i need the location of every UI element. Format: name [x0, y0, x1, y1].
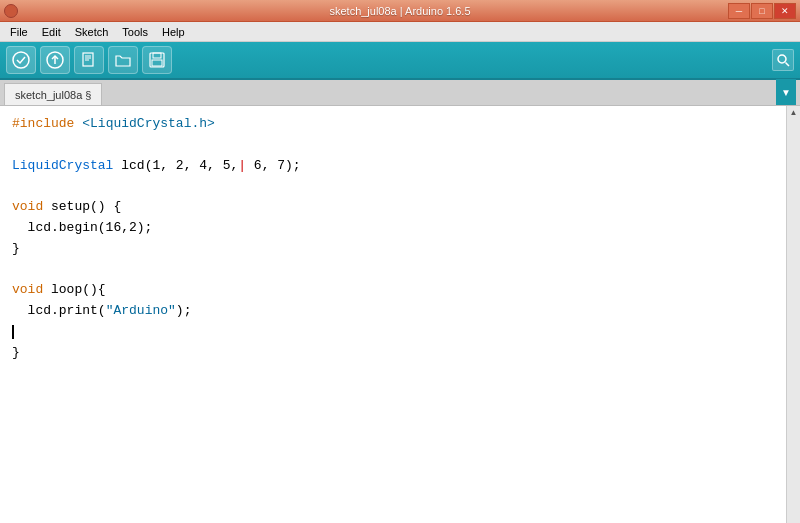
menu-help[interactable]: Help [156, 25, 191, 39]
tab-dropdown-button[interactable]: ▼ [776, 79, 796, 105]
code-line-3: void setup() { [12, 197, 788, 218]
title-bar-left [4, 4, 18, 18]
title-bar: sketch_jul08a | Arduino 1.6.5 ─ □ ✕ [0, 0, 800, 22]
new-icon [81, 52, 97, 68]
code-line-7: lcd.print("Arduino"); [12, 301, 788, 322]
save-icon [149, 52, 165, 68]
menu-tools[interactable]: Tools [116, 25, 154, 39]
code-blank-3 [12, 260, 788, 281]
save-button[interactable] [142, 46, 172, 74]
verify-button[interactable] [6, 46, 36, 74]
code-editor[interactable]: #include <LiquidCrystal.h> LiquidCrystal… [0, 106, 800, 523]
maximize-button[interactable]: □ [751, 3, 773, 19]
app-icon [4, 4, 18, 18]
svg-rect-8 [153, 53, 161, 58]
toolbar [0, 42, 800, 80]
window-controls: ─ □ ✕ [728, 3, 796, 19]
code-area-wrapper: #include <LiquidCrystal.h> LiquidCrystal… [0, 106, 800, 523]
code-line-5: } [12, 239, 788, 260]
code-line-9: } [12, 343, 788, 364]
menu-bar: File Edit Sketch Tools Help [0, 22, 800, 42]
minimize-button[interactable]: ─ [728, 3, 750, 19]
new-button[interactable] [74, 46, 104, 74]
code-line-6: void loop(){ [12, 280, 788, 301]
menu-sketch[interactable]: Sketch [69, 25, 115, 39]
search-icon [776, 53, 790, 67]
svg-line-11 [786, 63, 790, 67]
code-blank-1 [12, 135, 788, 156]
code-line-1: #include <LiquidCrystal.h> [12, 114, 788, 135]
scroll-up-icon[interactable]: ▲ [790, 108, 798, 117]
svg-point-0 [13, 52, 29, 68]
svg-rect-9 [152, 60, 162, 66]
open-button[interactable] [108, 46, 138, 74]
verify-icon [12, 51, 30, 69]
tab-bar: sketch_jul08a § ▼ [0, 80, 800, 106]
upload-button[interactable] [40, 46, 70, 74]
text-cursor [12, 325, 14, 339]
window-title: sketch_jul08a | Arduino 1.6.5 [0, 5, 800, 17]
code-line-8 [12, 322, 788, 343]
svg-point-10 [778, 55, 786, 63]
search-button[interactable] [772, 49, 794, 71]
code-line-4: lcd.begin(16,2); [12, 218, 788, 239]
code-line-2: LiquidCrystal lcd(1, 2, 4, 5,| 6, 7); [12, 156, 788, 177]
close-button[interactable]: ✕ [774, 3, 796, 19]
scrollbar[interactable]: ▲ [786, 106, 800, 523]
menu-edit[interactable]: Edit [36, 25, 67, 39]
tab-sketch[interactable]: sketch_jul08a § [4, 83, 102, 105]
menu-file[interactable]: File [4, 25, 34, 39]
code-blank-2 [12, 176, 788, 197]
tab-label: sketch_jul08a § [15, 89, 91, 101]
upload-icon [46, 51, 64, 69]
open-icon [115, 52, 131, 68]
